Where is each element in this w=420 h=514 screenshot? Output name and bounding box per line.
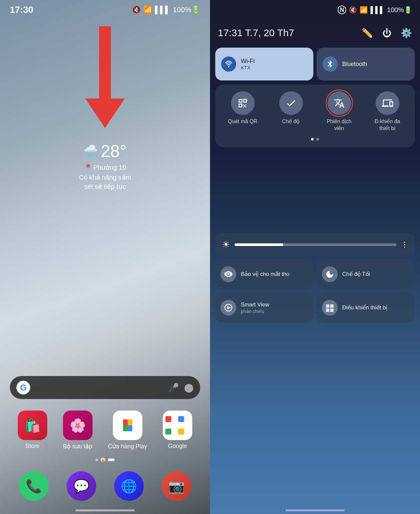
brightness-bar[interactable] [235,243,396,246]
store-label: Store [25,443,39,450]
smart-view-text: Smart View phản chiếu [241,301,269,314]
eye-protection-btn[interactable]: Bảo vệ cho mắt tho [215,259,313,289]
pin-icon: 📍 [84,164,92,171]
qs-datetime: 17:31 T.7, 20 Th7 [218,27,294,38]
app-gallery[interactable]: 🌸 Bộ sưu tập [63,411,93,450]
power-icon[interactable]: ⏻ [382,28,391,38]
page-dot-3 [108,458,115,461]
signal-icon: ▌▌▌ [155,6,170,14]
smart-view-btn[interactable]: Smart View phản chiếu [215,293,313,323]
tile-mode[interactable]: Chế độ [271,91,311,132]
app-store[interactable]: 🛍️ Store [18,411,47,450]
translate-tile-label: Phiên dịchviên [327,118,351,132]
qr-tile-label: Quét mã QR [228,118,258,125]
play-icon [113,411,142,440]
multidevice-tile-icon [376,91,399,115]
google-app-label: Google [168,443,187,450]
qs-dot-2 [316,138,319,141]
device-control-btn[interactable]: Điều khiển thiết bị [317,293,415,323]
battery-100-right: 100%🔋 [387,6,412,14]
gallery-icon: 🌸 [63,411,93,440]
svg-rect-0 [99,26,111,99]
dark-mode-btn[interactable]: Chế độ Tối [317,259,415,289]
app-google[interactable]: Google [163,411,192,450]
smart-view-label: Smart View [241,301,269,308]
eye-icon [220,266,236,282]
brightness-fill [235,243,283,246]
svg-point-7 [228,66,229,67]
camera-icon: 📷 [162,471,191,501]
app-camera[interactable]: 📷 [162,471,191,501]
signal-icon-right: ▌▌▌ [370,6,385,14]
google-search-bar[interactable]: G 🎤 ⬤ [10,376,200,399]
bottom-bar-right [285,509,345,511]
svg-marker-4 [128,419,132,425]
bluetooth-toggle[interactable]: Bluetooth [317,48,415,80]
qs-tiles-row: Quét mã QR Chế độ Phiên dịchviên [219,91,411,132]
app-play[interactable]: Cửa hàng Play [108,411,147,450]
settings-icon[interactable]: ⚙️ [401,28,412,38]
right-panel: N 🔇 📶 ▌▌▌ 100%🔋 17:31 T.7, 20 Th7 ✏️ ⏻ ⚙… [210,0,420,514]
left-status-icons: 🔇 📶 ▌▌▌ 100%🔋 [132,6,200,14]
left-status-bar: 17:30 🔇 📶 ▌▌▌ 100%🔋 [0,0,210,20]
qs-features-row: Bảo vệ cho mắt tho Chế độ Tối [215,259,415,289]
right-status-icons: N 🔇 📶 ▌▌▌ 100%🔋 [338,6,412,14]
mute-icon-right: 🔇 [349,6,357,14]
app-phone[interactable]: 📞 [19,471,49,501]
messages-icon: 💬 [67,471,96,501]
svg-rect-14 [330,308,334,312]
weather-location: 📍 Phường 10 [79,164,131,171]
brightness-more-icon[interactable]: ⋮ [401,240,408,249]
page-indicators: 🔒 [95,458,115,462]
store-icon: 🛍️ [18,411,47,440]
phone-icon: 📞 [19,471,49,501]
bottom-apps: 📞 💬 🌐 📷 [10,471,200,501]
smart-view-sub: phản chiếu [241,308,269,314]
svg-rect-13 [326,308,329,312]
app-messages[interactable]: 💬 [67,471,96,501]
bluetooth-name: Bluetooth [342,61,367,68]
wifi-toggle-text: Wi-Fi KTX [241,58,255,70]
bluetooth-toggle-text: Bluetooth [342,61,367,68]
svg-rect-11 [326,304,329,308]
svg-marker-10 [227,306,231,309]
edit-icon[interactable]: ✏️ [362,28,373,38]
bottom-bar-left [75,509,135,511]
wifi-toggle-icon [221,56,236,72]
weather-widget: 🌧️ 28° 📍 Phường 10 Có khả năng sấm sét s… [79,141,131,191]
mode-tile-icon [279,91,303,115]
tile-qr[interactable]: Quét mã QR [223,91,262,132]
dark-mode-label: Chế độ Tối [342,271,370,278]
wifi-toggle[interactable]: Wi-Fi KTX [215,48,313,80]
tile-multidevice[interactable]: Đ.khiển đathiết bị [368,91,407,132]
browser-icon: 🌐 [114,471,144,501]
nfc-icon: N [338,6,346,14]
wifi-sub: KTX [241,65,255,70]
mute-icon: 🔇 [132,6,141,14]
qr-tile-icon [231,91,255,115]
left-panel: 17:30 🔇 📶 ▌▌▌ 100%🔋 🌧️ 28° 📍 Phường 10 C… [0,0,210,514]
app-browser[interactable]: 🌐 [114,471,144,501]
multidevice-tile-label: Đ.khiển đathiết bị [375,118,400,132]
rain-icon: 🌧️ [83,144,98,158]
page-dot-1 [95,458,98,461]
svg-marker-6 [128,425,132,431]
moon-icon [322,266,338,282]
qs-header-icons: ✏️ ⏻ ⚙️ [362,28,412,38]
qs-header: 17:31 T.7, 20 Th7 ✏️ ⏻ ⚙️ [210,20,420,46]
play-label: Cửa hàng Play [108,443,147,450]
weather-temp-display: 🌧️ 28° [79,141,131,161]
qs-toggles-row: Wi-Fi KTX Bluetooth [215,48,415,80]
smart-view-icon [220,300,236,316]
mic-icon[interactable]: 🎤 [168,383,179,393]
qs-pagination [219,138,411,141]
device-control-icon [322,300,338,316]
app-dock: 🛍️ Store 🌸 Bộ sưu tập Cửa hàng Play [10,411,200,450]
lens-icon[interactable]: ⬤ [184,383,194,393]
svg-rect-12 [330,304,334,308]
tile-translate[interactable]: Phiên dịchviên [320,91,359,132]
qs-dot-1 [311,138,314,141]
brightness-container: ☀ ⋮ [215,233,415,256]
right-status-bar: N 🔇 📶 ▌▌▌ 100%🔋 [210,0,420,20]
page-dot-lock: 🔒 [101,458,105,462]
